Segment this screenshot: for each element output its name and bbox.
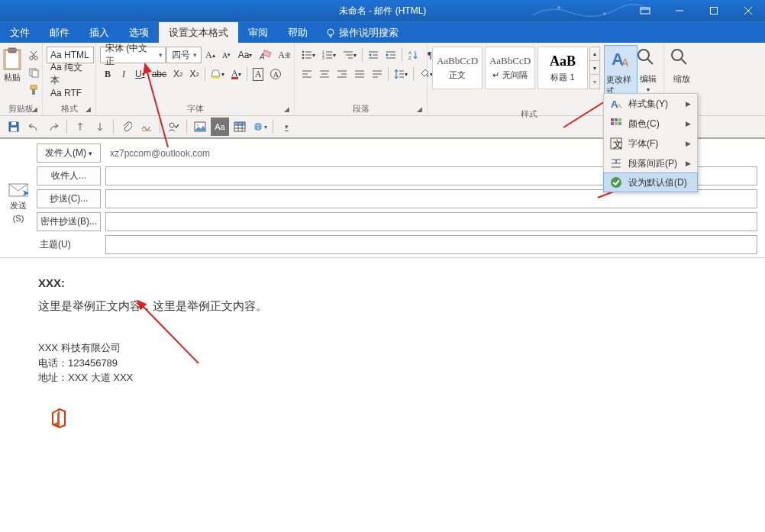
change-styles-icon: AA <box>608 48 633 73</box>
body-salutation: XXX: <box>38 272 727 295</box>
cc-button[interactable]: 抄送(C)... <box>37 189 101 208</box>
tab-help[interactable]: 帮助 <box>278 22 318 43</box>
clear-formatting-button[interactable]: A <box>256 47 274 63</box>
tab-options[interactable]: 选项 <box>119 22 159 43</box>
align-left-button[interactable] <box>299 66 315 82</box>
dialog-launcher-icon[interactable]: ◢ <box>284 105 289 113</box>
zoom-button[interactable]: 缩放 <box>668 45 696 87</box>
bcc-input[interactable] <box>105 212 757 231</box>
to-button[interactable]: 收件人... <box>37 166 101 185</box>
subscript-button[interactable]: X2 <box>170 66 186 82</box>
enclose-character-button[interactable]: A <box>267 66 284 82</box>
highlight-button[interactable]: ▾ <box>208 66 228 82</box>
send-button[interactable]: 发送 (S) <box>3 143 34 254</box>
underline-button[interactable]: U▾ <box>132 66 148 82</box>
svg-line-74 <box>681 59 686 64</box>
font-color-button[interactable]: A▾ <box>228 66 244 82</box>
shrink-font-button[interactable]: A▾ <box>219 47 234 63</box>
menu-color[interactable]: 颜色(C)▶ <box>604 114 697 134</box>
multilevel-list-button[interactable]: ▾ <box>340 47 360 63</box>
attach-file-button[interactable] <box>118 118 136 136</box>
bold-button[interactable]: B <box>100 66 115 82</box>
tab-insert[interactable]: 插入 <box>79 22 119 43</box>
menu-style-set[interactable]: AA 样式集(Y)▶ <box>604 94 697 114</box>
font-size-combo[interactable]: 四号▾ <box>166 47 202 63</box>
view-signature-button[interactable] <box>137 118 156 136</box>
subject-input[interactable] <box>105 235 757 254</box>
dialog-launcher-icon[interactable]: ◢ <box>32 105 37 113</box>
line-spacing-button[interactable]: ▾ <box>391 66 411 82</box>
bcc-button[interactable]: 密件抄送(B)... <box>37 212 101 231</box>
strikethrough-button[interactable]: abc <box>149 66 169 82</box>
format-rtf-button[interactable]: Aa RTF <box>47 85 94 102</box>
grow-font-button[interactable]: A▴ <box>202 47 218 63</box>
tab-format-text[interactable]: 设置文本格式 <box>159 22 238 43</box>
message-body[interactable]: XXX: 这里是举例正文内容，这里是举例正文内容。 XXX 科技有限公司 电话：… <box>0 258 765 442</box>
tab-file[interactable]: 文件 <box>0 22 40 43</box>
insert-link-button[interactable]: ▾ <box>250 118 269 136</box>
check-names-button[interactable] <box>164 118 182 136</box>
dialog-launcher-icon[interactable]: ◢ <box>417 105 422 113</box>
menu-set-default[interactable]: 设为默认值(D) <box>603 172 698 192</box>
qat-customize-button[interactable]: ▾ <box>277 118 295 136</box>
italic-button[interactable]: I <box>116 66 131 82</box>
insert-picture-button[interactable] <box>191 118 209 136</box>
styles-scroll-down[interactable]: ▾ <box>590 62 599 76</box>
svg-rect-98 <box>615 122 618 125</box>
dialog-launcher-icon[interactable]: ◢ <box>86 105 91 113</box>
menu-paragraph-spacing[interactable]: 段落间距(P)▶ <box>604 153 697 173</box>
bullets-button[interactable]: ▾ <box>299 47 318 63</box>
paste-button[interactable]: 粘贴 <box>0 45 24 85</box>
signature-address: 地址：XXX 大道 XXX <box>38 370 727 385</box>
previous-item-button[interactable] <box>71 118 89 136</box>
numbering-button[interactable]: 123▾ <box>319 47 339 63</box>
indent-icon <box>386 50 396 60</box>
cut-button[interactable] <box>25 47 42 63</box>
close-button[interactable] <box>731 0 765 21</box>
align-distributed-button[interactable] <box>369 66 386 82</box>
styles-more-button[interactable]: ▿ <box>590 76 599 89</box>
format-painter-button[interactable] <box>25 82 42 98</box>
next-item-button[interactable] <box>91 118 109 136</box>
svg-rect-24 <box>211 77 220 79</box>
change-case-button[interactable]: Aa▾ <box>235 47 256 63</box>
styleset-icon: AA <box>610 98 622 110</box>
minimize-button[interactable] <box>662 0 696 21</box>
superscript-button[interactable]: X2 <box>187 66 202 82</box>
svg-point-105 <box>611 177 621 188</box>
undo-button[interactable] <box>24 118 43 136</box>
align-right-button[interactable] <box>334 66 350 82</box>
styles-scroll-up[interactable]: ▴ <box>590 47 599 61</box>
zoom-icon <box>670 47 694 72</box>
align-justify-button[interactable] <box>351 66 368 82</box>
tab-review[interactable]: 审阅 <box>238 22 278 43</box>
from-button[interactable]: 发件人(M)▾ <box>37 143 101 163</box>
linespacing-icon <box>394 69 405 79</box>
style-no-spacing[interactable]: AaBbCcD↵ 无间隔 <box>485 47 535 89</box>
style-heading1[interactable]: AaB标题 1 <box>537 47 588 89</box>
decrease-indent-button[interactable] <box>365 47 382 63</box>
sort-button[interactable]: AZ <box>405 47 421 63</box>
edit-button[interactable]: 编辑▾ <box>634 45 662 95</box>
phonetic-guide-button[interactable]: A变 <box>275 47 294 63</box>
menu-font[interactable]: 文 字体(F)▶ <box>604 134 697 153</box>
redo-button[interactable] <box>44 118 63 136</box>
format-plain-button[interactable]: Aa 纯文本 <box>47 66 94 82</box>
save-button[interactable] <box>5 118 23 136</box>
group-label-format: 格式 <box>61 103 78 114</box>
office-logo-icon <box>50 408 727 428</box>
insert-table-button[interactable] <box>231 118 249 136</box>
copy-button[interactable] <box>25 64 42 81</box>
character-border-button[interactable]: A <box>250 66 267 82</box>
tab-mail[interactable]: 邮件 <box>40 22 79 43</box>
group-paragraph: ▾ 123▾ ▾ AZ ¶ ▾ ▾ ▾ <box>295 43 428 115</box>
style-normal[interactable]: AaBbCcD正文 <box>432 47 483 89</box>
maximize-button[interactable] <box>696 0 731 21</box>
group-label-styles: 样式 <box>521 108 537 120</box>
align-center-button[interactable] <box>316 66 333 82</box>
group-styles: AaBbCcD正文 AaBbCcD↵ 无间隔 AaB标题 1 ▴ ▾ ▿ AA … <box>428 43 631 115</box>
text-highlight-button[interactable]: Aa <box>211 118 229 136</box>
font-name-combo[interactable]: 宋体 (中文正▾ <box>100 47 166 63</box>
increase-indent-button[interactable] <box>382 47 399 63</box>
tell-me-search[interactable]: 操作说明搜索 <box>318 22 406 43</box>
